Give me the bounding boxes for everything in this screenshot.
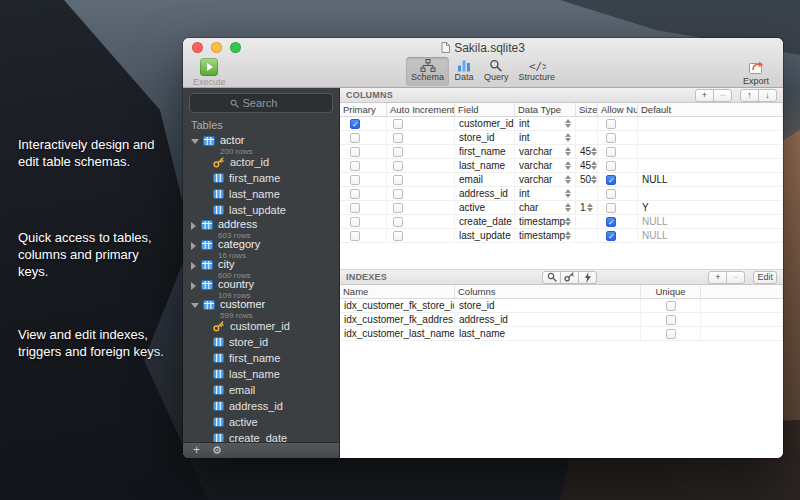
sidebar-field-last_name[interactable]: last_name — [183, 186, 339, 202]
data-type-cell[interactable]: int — [515, 117, 576, 130]
add-table-button[interactable]: + — [193, 444, 200, 457]
column-header-data-type[interactable]: Data Type — [515, 103, 576, 116]
allow-null-checkbox[interactable] — [606, 217, 616, 227]
remove-column-button[interactable]: − — [713, 89, 732, 102]
column-header-default[interactable]: Default — [638, 103, 783, 116]
primary-checkbox[interactable] — [350, 161, 360, 171]
minimize-button[interactable] — [211, 42, 222, 53]
value-stepper[interactable] — [565, 231, 571, 240]
index-header-unique[interactable]: Unique — [641, 285, 701, 298]
default-cell[interactable] — [638, 145, 783, 158]
primary-checkbox[interactable] — [350, 133, 360, 143]
value-stepper[interactable] — [591, 147, 597, 156]
tab-data[interactable]: Data — [449, 57, 479, 86]
disclosure-triangle[interactable] — [191, 222, 196, 230]
data-type-cell[interactable]: varchar — [515, 159, 576, 172]
value-stepper[interactable] — [591, 161, 597, 170]
size-cell[interactable]: 50 — [576, 173, 598, 186]
zoom-button[interactable] — [230, 42, 241, 53]
value-stepper[interactable] — [565, 133, 571, 142]
auto-increment-checkbox[interactable] — [393, 217, 403, 227]
sidebar-field-address_id[interactable]: address_id — [183, 398, 339, 414]
sidebar-field-create_date[interactable]: create_date — [183, 430, 339, 442]
sidebar-field-email[interactable]: email — [183, 382, 339, 398]
data-type-cell[interactable]: char — [515, 201, 576, 214]
auto-increment-checkbox[interactable] — [393, 175, 403, 185]
sidebar-field-customer_id[interactable]: customer_id — [183, 318, 339, 334]
data-type-cell[interactable]: timestamp — [515, 215, 576, 228]
allow-null-checkbox[interactable] — [606, 189, 616, 199]
index-header-columns[interactable]: Columns — [455, 285, 641, 298]
column-header-field[interactable]: Field — [455, 103, 515, 116]
disclosure-triangle[interactable] — [191, 262, 196, 270]
export-button[interactable]: Export — [743, 58, 769, 86]
value-stepper[interactable] — [591, 175, 597, 184]
column-header-primary[interactable]: Primary — [340, 103, 387, 116]
value-stepper[interactable] — [565, 189, 571, 198]
sidebar-field-first_name[interactable]: first_name — [183, 350, 339, 366]
auto-increment-checkbox[interactable] — [393, 189, 403, 199]
allow-null-checkbox[interactable] — [606, 147, 616, 157]
allow-null-checkbox[interactable] — [606, 133, 616, 143]
unique-checkbox[interactable] — [666, 329, 676, 339]
sidebar-field-last_name[interactable]: last_name — [183, 366, 339, 382]
move-column-up-button[interactable]: ↑ — [740, 89, 759, 102]
sidebar-field-active[interactable]: active — [183, 414, 339, 430]
value-stepper[interactable] — [565, 161, 571, 170]
allow-null-checkbox[interactable] — [606, 203, 616, 213]
data-type-cell[interactable]: varchar — [515, 173, 576, 186]
allow-null-checkbox[interactable] — [606, 119, 616, 129]
title-bar[interactable]: Sakila.sqlite3 — [183, 38, 783, 57]
auto-increment-checkbox[interactable] — [393, 147, 403, 157]
auto-increment-checkbox[interactable] — [393, 231, 403, 241]
primary-checkbox[interactable] — [350, 119, 360, 129]
column-row[interactable]: address_idint — [340, 187, 783, 201]
primary-checkbox[interactable] — [350, 175, 360, 185]
size-cell[interactable] — [576, 131, 598, 144]
indexes-triggers-button[interactable] — [578, 271, 597, 284]
auto-increment-checkbox[interactable] — [393, 161, 403, 171]
add-index-button[interactable]: + — [708, 271, 727, 284]
value-stepper[interactable] — [565, 217, 571, 226]
default-cell[interactable] — [638, 131, 783, 144]
size-cell[interactable]: 45 — [576, 159, 598, 172]
default-cell[interactable] — [638, 159, 783, 172]
sidebar-table-country[interactable]: country109 rows — [183, 278, 339, 298]
allow-null-checkbox[interactable] — [606, 231, 616, 241]
sidebar-field-last_update[interactable]: last_update — [183, 202, 339, 218]
auto-increment-checkbox[interactable] — [393, 119, 403, 129]
default-cell[interactable] — [638, 187, 783, 200]
sidebar-table-actor[interactable]: actor200 rows — [183, 134, 339, 154]
remove-index-button[interactable]: − — [726, 271, 745, 284]
unique-checkbox[interactable] — [666, 315, 676, 325]
column-row[interactable]: last_updatetimestampNULL — [340, 229, 783, 243]
actions-gear-icon[interactable]: ⚙ — [212, 444, 222, 457]
disclosure-triangle[interactable] — [191, 242, 196, 250]
default-cell[interactable] — [638, 117, 783, 130]
index-row[interactable]: idx_customer_fk_addres…address_id — [340, 313, 783, 327]
primary-checkbox[interactable] — [350, 203, 360, 213]
size-cell[interactable] — [576, 187, 598, 200]
data-type-cell[interactable]: timestamp — [515, 229, 576, 242]
index-row[interactable]: idx_customer_fk_store_idstore_id — [340, 299, 783, 313]
disclosure-triangle[interactable] — [191, 282, 196, 290]
size-cell[interactable] — [576, 215, 598, 228]
auto-increment-checkbox[interactable] — [393, 133, 403, 143]
value-stepper[interactable] — [565, 175, 571, 184]
allow-null-checkbox[interactable] — [606, 161, 616, 171]
execute-button[interactable]: Execute — [193, 58, 226, 87]
data-type-cell[interactable]: varchar — [515, 145, 576, 158]
size-cell[interactable]: 1 — [576, 201, 598, 214]
close-button[interactable] — [192, 42, 203, 53]
data-type-cell[interactable]: int — [515, 131, 576, 144]
sidebar-search-field[interactable] — [189, 93, 333, 113]
sidebar-field-store_id[interactable]: store_id — [183, 334, 339, 350]
value-stepper[interactable] — [565, 147, 571, 156]
column-header-size[interactable]: Size — [576, 103, 598, 116]
data-type-cell[interactable]: int — [515, 187, 576, 200]
column-row[interactable]: create_datetimestampNULL — [340, 215, 783, 229]
column-row[interactable]: store_idint — [340, 131, 783, 145]
default-cell[interactable]: Y — [638, 201, 783, 214]
column-row[interactable]: first_namevarchar45 — [340, 145, 783, 159]
sidebar-table-address[interactable]: address603 rows — [183, 218, 339, 238]
